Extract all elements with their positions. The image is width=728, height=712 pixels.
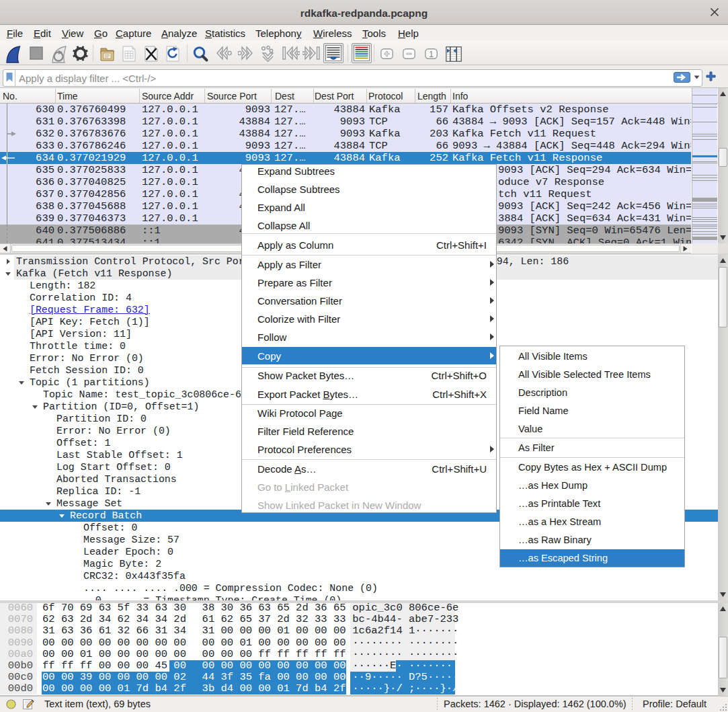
svg-text:1: 1: [429, 50, 434, 59]
